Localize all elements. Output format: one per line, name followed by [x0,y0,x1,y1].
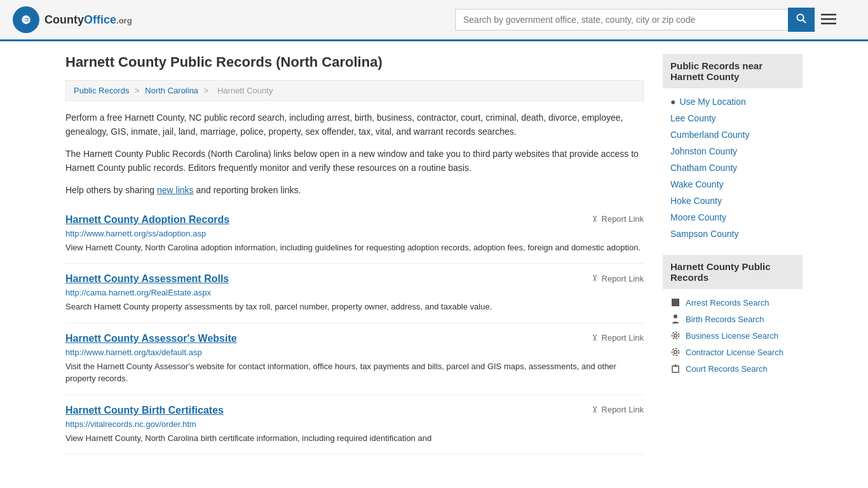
svg-line-7 [803,20,806,23]
sidebar-records-header: Harnett County Public Records [663,255,803,289]
report-link-assessor[interactable]: Report Link [591,333,644,343]
svg-point-13 [674,334,677,337]
scissors-icon-birth-cert [591,405,599,415]
new-links-link[interactable]: new links [157,185,194,195]
sidebar-birth-records[interactable]: Birth Records Search [663,311,803,327]
wake-county-link[interactable]: Wake County [670,179,724,189]
sidebar-item-johnston[interactable]: Johnston County [663,143,803,159]
breadcrumb-sep2: > [204,86,211,95]
record-url-assessor: http://www.harnett.org/tax/default.asp [65,348,644,357]
location-pin-icon: ● [670,97,675,107]
sampson-county-link[interactable]: Sampson County [670,229,738,239]
sidebar-item-moore[interactable]: Moore County [663,209,803,226]
sidebar-item-chatham[interactable]: Chatham County [663,159,803,176]
birth-records-link[interactable]: Birth Records Search [686,315,764,324]
breadcrumb: Public Records > North Carolina > Harnet… [65,80,644,101]
contractor-gear-icon [670,347,681,357]
cumberland-county-link[interactable]: Cumberland County [670,130,750,140]
search-button[interactable] [788,8,815,32]
record-desc-adoption: View Harnett County, North Carolina adop… [65,241,644,254]
sidebar-nearby-section: Public Records near Harnett County ● Use… [663,54,803,242]
record-url-assessment: http://cama.harnett.org/RealEstate.aspx [65,288,644,297]
breadcrumb-current: Harnett County [217,86,273,95]
court-records-link[interactable]: Court Records Search [686,364,768,374]
svg-point-15 [674,351,677,354]
record-desc-assessor: Visit the Harnett County Assessor's webs… [65,360,644,385]
intro-paragraph-2: The Harnett County Public Records (North… [65,147,644,175]
report-label-birth-cert: Report Link [602,405,644,414]
moore-county-link[interactable]: Moore County [670,212,726,222]
record-url-birth-cert: https://vitalrecords.nc.gov/order.htm [65,419,644,429]
report-label-assessor: Report Link [602,333,644,342]
use-my-location-link[interactable]: Use My Location [679,97,745,107]
intro3-suffix-text: and reporting broken links. [194,185,301,195]
record-item-birth-cert: Harnett County Birth Certificates Report… [65,395,644,455]
main-container: Harnett County Public Records (North Car… [53,41,815,467]
sidebar: Public Records near Harnett County ● Use… [663,54,803,454]
sidebar-contractor-license[interactable]: Contractor License Search [663,344,803,360]
record-item-assessor: Harnett County Assessor's Website Report… [65,323,644,395]
report-label-assessment: Report Link [602,274,644,283]
content-area: Harnett County Public Records (North Car… [65,54,644,454]
svg-point-16 [672,349,679,356]
arrest-icon [670,297,681,308]
sidebar-court-records[interactable]: Court Records Search [663,360,803,377]
report-link-birth-cert[interactable]: Report Link [591,405,644,415]
sidebar-item-wake[interactable]: Wake County [663,176,803,193]
sidebar-item-hoke[interactable]: Hoke County [663,193,803,209]
business-gear-icon [670,330,681,341]
svg-rect-17 [672,366,679,372]
logo-icon: C [13,6,39,33]
lee-county-link[interactable]: Lee County [670,113,716,123]
sidebar-records-section: Harnett County Public Records Arrest Rec… [663,255,803,377]
svg-point-14 [672,332,679,339]
sidebar-item-sampson[interactable]: Sampson County [663,226,803,242]
records-list: Harnett County Adoption Records Report L… [65,205,644,455]
record-title-adoption[interactable]: Harnett County Adoption Records [65,214,229,226]
intro-paragraph-3: Help others by sharing new links and rep… [65,183,644,197]
sidebar-business-license[interactable]: Business License Search [663,327,803,344]
report-link-assessment[interactable]: Report Link [591,273,644,283]
scissors-icon-assessment [591,273,599,283]
page-title: Harnett County Public Records (North Car… [65,54,644,71]
record-title-assessment[interactable]: Harnett County Assessment Rolls [65,273,229,285]
sidebar-item-cumberland[interactable]: Cumberland County [663,126,803,143]
report-label-adoption: Report Link [602,214,644,224]
sidebar-nearby-header: Public Records near Harnett County [663,54,803,88]
search-input[interactable] [455,9,788,30]
intro3-prefix-text: Help others by sharing [65,185,157,195]
chatham-county-link[interactable]: Chatham County [670,163,737,173]
record-title-birth-cert[interactable]: Harnett County Birth Certificates [65,405,224,416]
contractor-license-link[interactable]: Contractor License Search [686,348,783,357]
svg-rect-11 [672,299,679,306]
record-item-adoption: Harnett County Adoption Records Report L… [65,205,644,264]
breadcrumb-public-records[interactable]: Public Records [74,86,129,95]
johnston-county-link[interactable]: Johnston County [670,146,737,156]
header: C CountyOffice.org [0,0,868,41]
sidebar-arrest-records[interactable]: Arrest Records Search [663,294,803,311]
arrest-records-link[interactable]: Arrest Records Search [686,298,770,308]
hamburger-menu-button[interactable] [821,11,836,29]
record-desc-assessment: Search Harnett County property assessmen… [65,301,644,313]
hoke-county-link[interactable]: Hoke County [670,196,722,206]
court-icon [670,363,681,374]
scissors-icon-assessor [591,333,599,343]
intro-paragraph-1: Perform a free Harnett County, NC public… [65,111,644,139]
record-url-adoption: http://www.harnett.org/ss/adoption.asp [65,229,644,238]
logo-text: CountyOffice.org [44,13,132,27]
breadcrumb-north-carolina[interactable]: North Carolina [145,86,198,95]
scissors-icon-adoption [591,214,599,224]
search-area [455,8,836,32]
breadcrumb-sep1: > [135,86,142,95]
business-license-link[interactable]: Business License Search [686,331,778,341]
svg-point-12 [674,315,677,318]
sidebar-use-my-location[interactable]: ● Use My Location [663,93,803,110]
report-link-adoption[interactable]: Report Link [591,214,644,224]
birth-icon [670,314,681,324]
record-item-assessment: Harnett County Assessment Rolls Report L… [65,264,644,323]
record-title-assessor[interactable]: Harnett County Assessor's Website [65,333,237,344]
record-desc-birth-cert: View Harnett County, North Carolina birt… [65,432,644,445]
sidebar-item-lee[interactable]: Lee County [663,110,803,126]
logo-area: C CountyOffice.org [13,6,132,33]
